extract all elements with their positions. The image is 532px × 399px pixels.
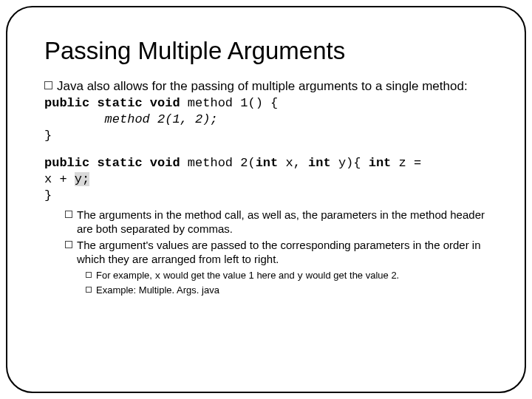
code-call: method 2(1, 2); [44,112,218,126]
bullet-java-allows: Java also allows for the passing of mult… [44,78,488,94]
inline-code-y: y [297,270,303,282]
code-close: } [44,129,52,143]
sub-bullet-text: The arguments in the method call, as wel… [77,208,488,236]
subsub-example-xy: For example, x would get the value 1 her… [86,270,488,283]
subsub-text: Example: Multiple. Args. java [96,284,488,297]
square-bullet-icon [65,241,72,248]
sub-bullet-order: The argument's values are passed to the … [65,239,488,267]
sub-bullet-text: The argument's values are passed to the … [77,239,488,267]
kw-public-static-void-2: public static void [44,156,180,170]
square-bullet-icon [44,81,52,89]
code-block-method2: public static void method 2(int x, int y… [44,155,488,204]
kw-int-x: int [256,156,279,170]
code2-rest2: x, [278,156,308,170]
subsub-group: For example, x would get the value 1 her… [86,270,488,297]
square-bullet-icon [86,287,92,293]
kw-int-z: int [369,156,392,170]
code2-rest3: y){ [331,156,369,170]
bullet-text: Java also allows for the passing of mult… [57,78,488,94]
slide-frame: Passing Multiple Arguments Java also all… [6,6,526,393]
subsub1-b: would get the value 1 here and [160,270,297,281]
kw-public-static-void: public static void [44,96,180,110]
sub-bullet-group: The arguments in the method call, as wel… [65,208,488,297]
kw-int-y: int [308,156,331,170]
square-bullet-icon [65,211,72,218]
code2-close: } [44,188,52,202]
subsub-example-file: Example: Multiple. Args. java [86,284,488,297]
code-block-method1: public static void method 1() { method 2… [44,95,488,144]
code2-rest1: method 2( [180,156,256,170]
code2-body1: x + [44,172,75,186]
code-sig-rest: method 1() { [180,96,279,110]
code2-highlight-y: y; [75,172,89,186]
slide-title: Passing Multiple Arguments [44,37,488,65]
subsub1-a: For example, [96,270,154,281]
square-bullet-icon [86,272,92,278]
sub-bullet-commas: The arguments in the method call, as wel… [65,208,488,236]
subsub-text: For example, x would get the value 1 her… [96,270,488,283]
code2-rest4: z = [391,156,429,170]
spacer [44,145,488,155]
subsub1-c: would get the value 2. [303,270,399,281]
